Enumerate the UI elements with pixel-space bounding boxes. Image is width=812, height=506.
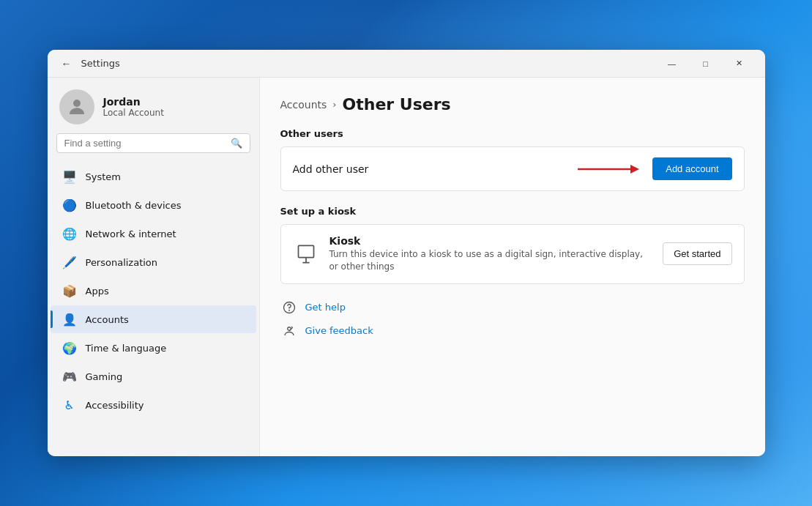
give-feedback-text: Give feedback <box>305 325 373 336</box>
settings-window: ← Settings — □ ✕ Jordan Local Account <box>48 50 765 456</box>
get-help-text: Get help <box>305 302 346 313</box>
breadcrumb: Accounts › Other Users <box>280 95 745 114</box>
sidebar-item-bluetooth[interactable]: 🔵 Bluetooth & devices <box>51 191 256 219</box>
network-icon: 🌐 <box>62 226 77 241</box>
add-other-user-text: Add other user <box>293 163 570 175</box>
accessibility-icon: ♿ <box>62 398 77 412</box>
sidebar-item-label: Accessibility <box>86 400 144 411</box>
breadcrumb-separator: › <box>332 99 336 110</box>
system-icon: 🖥️ <box>62 169 77 184</box>
sidebar-item-label: Gaming <box>86 371 123 382</box>
sidebar-item-accounts[interactable]: 👤 Accounts <box>51 305 256 333</box>
give-feedback-icon <box>280 322 298 340</box>
svg-marker-2 <box>630 165 639 174</box>
sidebar-item-label: Personalization <box>86 257 158 268</box>
sidebar-item-label: Accounts <box>86 314 129 325</box>
sidebar-item-time[interactable]: 🌍 Time & language <box>51 334 256 362</box>
give-feedback-link[interactable]: Give feedback <box>280 322 745 340</box>
back-button[interactable]: ← <box>56 53 77 74</box>
search-icon: 🔍 <box>231 138 242 149</box>
sidebar-item-label: Time & language <box>86 343 167 354</box>
maximize-button[interactable]: □ <box>689 50 723 78</box>
search-box[interactable]: 🔍 <box>56 133 250 153</box>
window-title: Settings <box>81 58 655 69</box>
other-users-card: Add other user Add account <box>280 146 745 191</box>
sidebar-item-accessibility[interactable]: ♿ Accessibility <box>51 391 256 419</box>
content-area: Accounts › Other Users Other users Add o… <box>260 78 765 456</box>
titlebar: ← Settings — □ ✕ <box>48 50 765 78</box>
kiosk-card: Kiosk Turn this device into a kiosk to u… <box>280 224 745 284</box>
sidebar-item-gaming[interactable]: 🎮 Gaming <box>51 362 256 390</box>
svg-point-0 <box>73 100 81 107</box>
kiosk-label: Set up a kiosk <box>280 206 745 217</box>
nav-items: 🖥️ System 🔵 Bluetooth & devices 🌐 Networ… <box>48 162 259 456</box>
sidebar-item-label: Network & internet <box>86 228 176 239</box>
footer-links: Get help Give feedback <box>280 299 745 340</box>
sidebar-item-apps[interactable]: 📦 Apps <box>51 277 256 305</box>
page-title: Other Users <box>343 95 451 114</box>
get-help-icon <box>280 299 298 316</box>
user-info: Jordan Local Account <box>103 96 164 118</box>
window-controls: — □ ✕ <box>655 50 756 78</box>
kiosk-description: Turn this device into a kiosk to use as … <box>329 248 653 273</box>
add-user-row: Add other user Add account <box>281 147 744 190</box>
main-layout: Jordan Local Account 🔍 🖥️ System 🔵 Bluet… <box>48 78 765 456</box>
user-name: Jordan <box>103 96 164 108</box>
sidebar-item-label: Bluetooth & devices <box>86 200 182 211</box>
sidebar-item-network[interactable]: 🌐 Network & internet <box>51 220 256 248</box>
arrow-indicator <box>578 160 644 178</box>
kiosk-title: Kiosk <box>329 235 653 247</box>
get-started-button[interactable]: Get started <box>663 242 731 265</box>
kiosk-row: Kiosk Turn this device into a kiosk to u… <box>281 225 744 283</box>
kiosk-info: Kiosk Turn this device into a kiosk to u… <box>329 235 653 273</box>
add-account-button[interactable]: Add account <box>652 157 731 180</box>
apps-icon: 📦 <box>62 283 77 298</box>
close-button[interactable]: ✕ <box>723 50 756 78</box>
personalization-icon: 🖊️ <box>62 255 77 269</box>
avatar <box>59 89 94 124</box>
sidebar: Jordan Local Account 🔍 🖥️ System 🔵 Bluet… <box>48 78 260 456</box>
svg-point-7 <box>288 310 289 310</box>
svg-rect-3 <box>298 245 313 257</box>
accounts-icon: 👤 <box>62 312 77 327</box>
user-section: Jordan Local Account <box>48 78 259 133</box>
search-input[interactable] <box>64 138 225 149</box>
sidebar-item-label: Apps <box>86 286 109 297</box>
bluetooth-icon: 🔵 <box>62 198 77 212</box>
minimize-button[interactable]: — <box>655 50 689 78</box>
gaming-icon: 🎮 <box>62 369 77 384</box>
kiosk-icon <box>293 241 319 267</box>
user-account-type: Local Account <box>103 108 164 118</box>
sidebar-item-system[interactable]: 🖥️ System <box>51 163 256 190</box>
breadcrumb-link[interactable]: Accounts <box>280 99 327 111</box>
get-help-link[interactable]: Get help <box>280 299 745 316</box>
other-users-label: Other users <box>280 128 745 139</box>
time-icon: 🌍 <box>62 341 77 355</box>
sidebar-item-personalization[interactable]: 🖊️ Personalization <box>51 248 256 276</box>
sidebar-item-label: System <box>86 171 121 182</box>
